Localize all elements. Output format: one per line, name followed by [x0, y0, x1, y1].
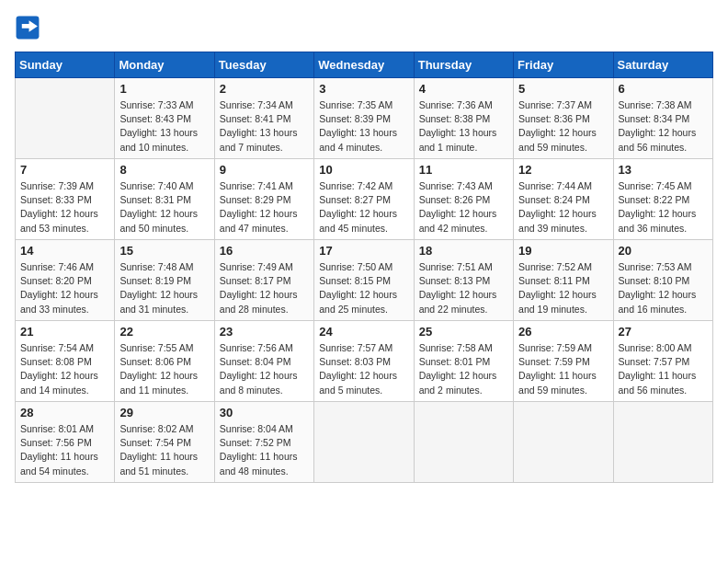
calendar-cell: 6Sunrise: 7:38 AM Sunset: 8:34 PM Daylig…	[613, 78, 712, 159]
day-header-wednesday: Wednesday	[314, 52, 414, 78]
cell-info: Sunrise: 7:46 AM Sunset: 8:20 PM Dayligh…	[20, 260, 109, 316]
logo-icon	[15, 15, 40, 40]
calendar-cell: 17Sunrise: 7:50 AM Sunset: 8:15 PM Dayli…	[314, 240, 414, 321]
cell-info: Sunrise: 7:59 AM Sunset: 7:59 PM Dayligh…	[518, 341, 608, 397]
cell-info: Sunrise: 7:41 AM Sunset: 8:29 PM Dayligh…	[220, 179, 309, 236]
calendar-cell: 14Sunrise: 7:46 AM Sunset: 8:20 PM Dayli…	[16, 240, 115, 321]
cell-info: Sunrise: 7:33 AM Sunset: 8:43 PM Dayligh…	[119, 98, 209, 155]
calendar-header: SundayMondayTuesdayWednesdayThursdayFrid…	[16, 52, 713, 78]
calendar-cell	[414, 402, 513, 483]
calendar-cell: 7Sunrise: 7:39 AM Sunset: 8:33 PM Daylig…	[16, 159, 115, 240]
day-header-saturday: Saturday	[613, 52, 712, 78]
cell-info: Sunrise: 7:56 AM Sunset: 8:04 PM Dayligh…	[220, 341, 309, 397]
calendar-cell: 24Sunrise: 7:57 AM Sunset: 8:03 PM Dayli…	[314, 321, 414, 402]
page-header	[15, 15, 713, 40]
day-number: 30	[220, 406, 309, 419]
calendar-cell: 30Sunrise: 8:04 AM Sunset: 7:52 PM Dayli…	[214, 402, 313, 483]
calendar-cell: 19Sunrise: 7:52 AM Sunset: 8:11 PM Dayli…	[514, 240, 613, 321]
calendar-cell: 8Sunrise: 7:40 AM Sunset: 8:31 PM Daylig…	[115, 159, 214, 240]
calendar-cell: 28Sunrise: 8:01 AM Sunset: 7:56 PM Dayli…	[16, 402, 115, 483]
day-number: 25	[419, 325, 508, 339]
day-number: 26	[518, 325, 608, 339]
day-number: 22	[119, 325, 209, 339]
calendar-week-5: 28Sunrise: 8:01 AM Sunset: 7:56 PM Dayli…	[16, 402, 713, 483]
calendar-cell: 21Sunrise: 7:54 AM Sunset: 8:08 PM Dayli…	[16, 321, 115, 402]
calendar-cell: 1Sunrise: 7:33 AM Sunset: 8:43 PM Daylig…	[115, 78, 214, 159]
day-header-thursday: Thursday	[414, 52, 513, 78]
calendar-cell: 3Sunrise: 7:35 AM Sunset: 8:39 PM Daylig…	[314, 78, 414, 159]
day-number: 24	[319, 325, 408, 339]
cell-info: Sunrise: 8:00 AM Sunset: 7:57 PM Dayligh…	[619, 341, 708, 397]
cell-info: Sunrise: 7:54 AM Sunset: 8:08 PM Dayligh…	[20, 341, 109, 397]
day-number: 29	[119, 406, 209, 419]
calendar-cell	[314, 402, 414, 483]
calendar-week-4: 21Sunrise: 7:54 AM Sunset: 8:08 PM Dayli…	[16, 321, 713, 402]
day-number: 1	[119, 82, 209, 96]
day-number: 17	[319, 244, 408, 258]
cell-info: Sunrise: 7:49 AM Sunset: 8:17 PM Dayligh…	[220, 260, 309, 316]
day-number: 2	[220, 82, 309, 96]
day-number: 21	[20, 325, 109, 339]
cell-info: Sunrise: 8:02 AM Sunset: 7:54 PM Dayligh…	[119, 422, 209, 478]
calendar-cell	[514, 402, 613, 483]
calendar-cell: 20Sunrise: 7:53 AM Sunset: 8:10 PM Dayli…	[613, 240, 712, 321]
cell-info: Sunrise: 7:35 AM Sunset: 8:39 PM Dayligh…	[319, 98, 408, 155]
calendar-week-1: 1Sunrise: 7:33 AM Sunset: 8:43 PM Daylig…	[16, 78, 713, 159]
calendar-cell: 26Sunrise: 7:59 AM Sunset: 7:59 PM Dayli…	[514, 321, 613, 402]
calendar-cell: 10Sunrise: 7:42 AM Sunset: 8:27 PM Dayli…	[314, 159, 414, 240]
cell-info: Sunrise: 8:04 AM Sunset: 7:52 PM Dayligh…	[220, 422, 309, 478]
cell-info: Sunrise: 7:37 AM Sunset: 8:36 PM Dayligh…	[518, 98, 608, 155]
day-number: 13	[619, 163, 708, 177]
cell-info: Sunrise: 7:58 AM Sunset: 8:01 PM Dayligh…	[419, 341, 508, 397]
calendar-cell: 16Sunrise: 7:49 AM Sunset: 8:17 PM Dayli…	[214, 240, 313, 321]
calendar-cell: 5Sunrise: 7:37 AM Sunset: 8:36 PM Daylig…	[514, 78, 613, 159]
day-number: 5	[518, 82, 608, 96]
cell-info: Sunrise: 7:52 AM Sunset: 8:11 PM Dayligh…	[518, 260, 608, 316]
day-header-monday: Monday	[115, 52, 214, 78]
calendar-week-2: 7Sunrise: 7:39 AM Sunset: 8:33 PM Daylig…	[16, 159, 713, 240]
day-number: 18	[419, 244, 508, 258]
calendar-cell	[613, 402, 712, 483]
cell-info: Sunrise: 7:55 AM Sunset: 8:06 PM Dayligh…	[119, 341, 209, 397]
calendar-cell: 29Sunrise: 8:02 AM Sunset: 7:54 PM Dayli…	[115, 402, 214, 483]
calendar-cell: 2Sunrise: 7:34 AM Sunset: 8:41 PM Daylig…	[214, 78, 313, 159]
calendar-cell	[16, 78, 115, 159]
day-number: 19	[518, 244, 608, 258]
day-number: 10	[319, 163, 408, 177]
cell-info: Sunrise: 7:44 AM Sunset: 8:24 PM Dayligh…	[518, 179, 608, 236]
cell-info: Sunrise: 7:36 AM Sunset: 8:38 PM Dayligh…	[419, 98, 508, 155]
day-number: 27	[619, 325, 708, 339]
day-header-tuesday: Tuesday	[214, 52, 313, 78]
calendar-cell: 23Sunrise: 7:56 AM Sunset: 8:04 PM Dayli…	[214, 321, 313, 402]
calendar-cell: 15Sunrise: 7:48 AM Sunset: 8:19 PM Dayli…	[115, 240, 214, 321]
cell-info: Sunrise: 8:01 AM Sunset: 7:56 PM Dayligh…	[20, 422, 109, 478]
cell-info: Sunrise: 7:40 AM Sunset: 8:31 PM Dayligh…	[119, 179, 209, 236]
day-number: 9	[220, 163, 309, 177]
day-number: 8	[119, 163, 209, 177]
calendar-cell: 22Sunrise: 7:55 AM Sunset: 8:06 PM Dayli…	[115, 321, 214, 402]
calendar-cell: 18Sunrise: 7:51 AM Sunset: 8:13 PM Dayli…	[414, 240, 513, 321]
day-number: 12	[518, 163, 608, 177]
day-number: 14	[20, 244, 109, 258]
calendar-cell: 4Sunrise: 7:36 AM Sunset: 8:38 PM Daylig…	[414, 78, 513, 159]
day-number: 15	[119, 244, 209, 258]
cell-info: Sunrise: 7:57 AM Sunset: 8:03 PM Dayligh…	[319, 341, 408, 397]
cell-info: Sunrise: 7:51 AM Sunset: 8:13 PM Dayligh…	[419, 260, 508, 316]
day-number: 3	[319, 82, 408, 96]
cell-info: Sunrise: 7:43 AM Sunset: 8:26 PM Dayligh…	[419, 179, 508, 236]
cell-info: Sunrise: 7:45 AM Sunset: 8:22 PM Dayligh…	[619, 179, 708, 236]
calendar-cell: 25Sunrise: 7:58 AM Sunset: 8:01 PM Dayli…	[414, 321, 513, 402]
day-number: 23	[220, 325, 309, 339]
cell-info: Sunrise: 7:50 AM Sunset: 8:15 PM Dayligh…	[319, 260, 408, 316]
day-header-friday: Friday	[514, 52, 613, 78]
cell-info: Sunrise: 7:39 AM Sunset: 8:33 PM Dayligh…	[20, 179, 109, 236]
day-number: 6	[619, 82, 708, 96]
cell-info: Sunrise: 7:38 AM Sunset: 8:34 PM Dayligh…	[619, 98, 708, 155]
day-header-sunday: Sunday	[16, 52, 115, 78]
calendar-cell: 13Sunrise: 7:45 AM Sunset: 8:22 PM Dayli…	[613, 159, 712, 240]
calendar-cell: 12Sunrise: 7:44 AM Sunset: 8:24 PM Dayli…	[514, 159, 613, 240]
cell-info: Sunrise: 7:34 AM Sunset: 8:41 PM Dayligh…	[220, 98, 309, 155]
day-number: 16	[220, 244, 309, 258]
calendar-week-3: 14Sunrise: 7:46 AM Sunset: 8:20 PM Dayli…	[16, 240, 713, 321]
cell-info: Sunrise: 7:53 AM Sunset: 8:10 PM Dayligh…	[619, 260, 708, 316]
